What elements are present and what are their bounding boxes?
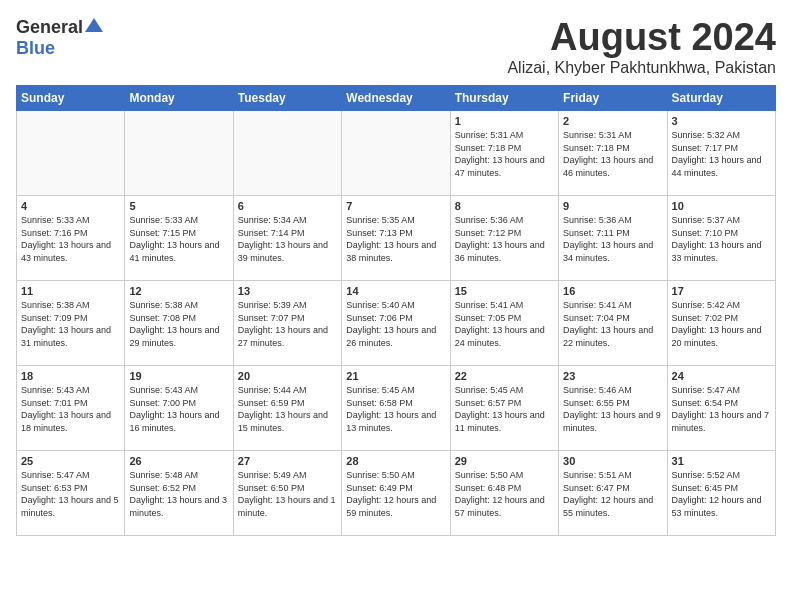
- calendar-cell: 7Sunrise: 5:35 AMSunset: 7:13 PMDaylight…: [342, 196, 450, 281]
- day-info: Sunrise: 5:52 AMSunset: 6:45 PMDaylight:…: [672, 469, 771, 519]
- logo-icon: [85, 16, 103, 34]
- day-number: 13: [238, 285, 337, 297]
- calendar-cell: 21Sunrise: 5:45 AMSunset: 6:58 PMDayligh…: [342, 366, 450, 451]
- calendar-cell: 10Sunrise: 5:37 AMSunset: 7:10 PMDayligh…: [667, 196, 775, 281]
- calendar-table: SundayMondayTuesdayWednesdayThursdayFrid…: [16, 85, 776, 536]
- calendar-cell: 16Sunrise: 5:41 AMSunset: 7:04 PMDayligh…: [559, 281, 667, 366]
- day-number: 18: [21, 370, 120, 382]
- day-number: 14: [346, 285, 445, 297]
- calendar-cell: [17, 111, 125, 196]
- day-number: 29: [455, 455, 554, 467]
- week-row-1: 1Sunrise: 5:31 AMSunset: 7:18 PMDaylight…: [17, 111, 776, 196]
- day-info: Sunrise: 5:50 AMSunset: 6:48 PMDaylight:…: [455, 469, 554, 519]
- day-number: 10: [672, 200, 771, 212]
- calendar-cell: 29Sunrise: 5:50 AMSunset: 6:48 PMDayligh…: [450, 451, 558, 536]
- calendar-cell: 12Sunrise: 5:38 AMSunset: 7:08 PMDayligh…: [125, 281, 233, 366]
- calendar-cell: 8Sunrise: 5:36 AMSunset: 7:12 PMDaylight…: [450, 196, 558, 281]
- week-row-4: 18Sunrise: 5:43 AMSunset: 7:01 PMDayligh…: [17, 366, 776, 451]
- col-header-friday: Friday: [559, 86, 667, 111]
- calendar-cell: 23Sunrise: 5:46 AMSunset: 6:55 PMDayligh…: [559, 366, 667, 451]
- day-info: Sunrise: 5:38 AMSunset: 7:08 PMDaylight:…: [129, 299, 228, 349]
- day-number: 30: [563, 455, 662, 467]
- calendar-cell: 1Sunrise: 5:31 AMSunset: 7:18 PMDaylight…: [450, 111, 558, 196]
- calendar-cell: 5Sunrise: 5:33 AMSunset: 7:15 PMDaylight…: [125, 196, 233, 281]
- day-number: 12: [129, 285, 228, 297]
- day-info: Sunrise: 5:35 AMSunset: 7:13 PMDaylight:…: [346, 214, 445, 264]
- calendar-cell: 20Sunrise: 5:44 AMSunset: 6:59 PMDayligh…: [233, 366, 341, 451]
- day-number: 9: [563, 200, 662, 212]
- day-info: Sunrise: 5:36 AMSunset: 7:12 PMDaylight:…: [455, 214, 554, 264]
- day-info: Sunrise: 5:33 AMSunset: 7:16 PMDaylight:…: [21, 214, 120, 264]
- day-info: Sunrise: 5:31 AMSunset: 7:18 PMDaylight:…: [563, 129, 662, 179]
- header: General Blue August 2024 Alizai, Khyber …: [16, 16, 776, 77]
- day-info: Sunrise: 5:43 AMSunset: 7:01 PMDaylight:…: [21, 384, 120, 434]
- calendar-cell: 31Sunrise: 5:52 AMSunset: 6:45 PMDayligh…: [667, 451, 775, 536]
- calendar-cell: 15Sunrise: 5:41 AMSunset: 7:05 PMDayligh…: [450, 281, 558, 366]
- day-number: 22: [455, 370, 554, 382]
- calendar-cell: 2Sunrise: 5:31 AMSunset: 7:18 PMDaylight…: [559, 111, 667, 196]
- day-number: 26: [129, 455, 228, 467]
- week-row-2: 4Sunrise: 5:33 AMSunset: 7:16 PMDaylight…: [17, 196, 776, 281]
- col-header-tuesday: Tuesday: [233, 86, 341, 111]
- month-title: August 2024: [507, 16, 776, 59]
- day-number: 5: [129, 200, 228, 212]
- day-number: 27: [238, 455, 337, 467]
- day-info: Sunrise: 5:42 AMSunset: 7:02 PMDaylight:…: [672, 299, 771, 349]
- day-info: Sunrise: 5:49 AMSunset: 6:50 PMDaylight:…: [238, 469, 337, 519]
- logo: General Blue: [16, 16, 103, 59]
- day-info: Sunrise: 5:51 AMSunset: 6:47 PMDaylight:…: [563, 469, 662, 519]
- day-number: 20: [238, 370, 337, 382]
- day-info: Sunrise: 5:33 AMSunset: 7:15 PMDaylight:…: [129, 214, 228, 264]
- day-number: 3: [672, 115, 771, 127]
- day-info: Sunrise: 5:34 AMSunset: 7:14 PMDaylight:…: [238, 214, 337, 264]
- calendar-cell: 18Sunrise: 5:43 AMSunset: 7:01 PMDayligh…: [17, 366, 125, 451]
- svg-marker-0: [85, 18, 103, 32]
- calendar-cell: 9Sunrise: 5:36 AMSunset: 7:11 PMDaylight…: [559, 196, 667, 281]
- day-info: Sunrise: 5:31 AMSunset: 7:18 PMDaylight:…: [455, 129, 554, 179]
- day-number: 25: [21, 455, 120, 467]
- day-number: 15: [455, 285, 554, 297]
- location-title: Alizai, Khyber Pakhtunkhwa, Pakistan: [507, 59, 776, 77]
- day-number: 19: [129, 370, 228, 382]
- col-header-thursday: Thursday: [450, 86, 558, 111]
- day-info: Sunrise: 5:48 AMSunset: 6:52 PMDaylight:…: [129, 469, 228, 519]
- calendar-cell: 17Sunrise: 5:42 AMSunset: 7:02 PMDayligh…: [667, 281, 775, 366]
- calendar-cell: 24Sunrise: 5:47 AMSunset: 6:54 PMDayligh…: [667, 366, 775, 451]
- day-info: Sunrise: 5:50 AMSunset: 6:49 PMDaylight:…: [346, 469, 445, 519]
- day-number: 17: [672, 285, 771, 297]
- day-number: 8: [455, 200, 554, 212]
- day-number: 31: [672, 455, 771, 467]
- day-info: Sunrise: 5:47 AMSunset: 6:54 PMDaylight:…: [672, 384, 771, 434]
- calendar-cell: 22Sunrise: 5:45 AMSunset: 6:57 PMDayligh…: [450, 366, 558, 451]
- day-number: 6: [238, 200, 337, 212]
- title-area: August 2024 Alizai, Khyber Pakhtunkhwa, …: [507, 16, 776, 77]
- col-header-wednesday: Wednesday: [342, 86, 450, 111]
- calendar-cell: 13Sunrise: 5:39 AMSunset: 7:07 PMDayligh…: [233, 281, 341, 366]
- col-header-sunday: Sunday: [17, 86, 125, 111]
- col-header-saturday: Saturday: [667, 86, 775, 111]
- day-number: 7: [346, 200, 445, 212]
- calendar-cell: 30Sunrise: 5:51 AMSunset: 6:47 PMDayligh…: [559, 451, 667, 536]
- day-number: 28: [346, 455, 445, 467]
- calendar-cell: 11Sunrise: 5:38 AMSunset: 7:09 PMDayligh…: [17, 281, 125, 366]
- day-info: Sunrise: 5:44 AMSunset: 6:59 PMDaylight:…: [238, 384, 337, 434]
- calendar-cell: [233, 111, 341, 196]
- calendar-cell: 14Sunrise: 5:40 AMSunset: 7:06 PMDayligh…: [342, 281, 450, 366]
- calendar-cell: 27Sunrise: 5:49 AMSunset: 6:50 PMDayligh…: [233, 451, 341, 536]
- day-number: 16: [563, 285, 662, 297]
- day-number: 21: [346, 370, 445, 382]
- calendar-cell: 28Sunrise: 5:50 AMSunset: 6:49 PMDayligh…: [342, 451, 450, 536]
- day-number: 4: [21, 200, 120, 212]
- day-info: Sunrise: 5:45 AMSunset: 6:57 PMDaylight:…: [455, 384, 554, 434]
- logo-blue: Blue: [16, 38, 55, 58]
- day-info: Sunrise: 5:36 AMSunset: 7:11 PMDaylight:…: [563, 214, 662, 264]
- calendar-cell: 4Sunrise: 5:33 AMSunset: 7:16 PMDaylight…: [17, 196, 125, 281]
- day-info: Sunrise: 5:32 AMSunset: 7:17 PMDaylight:…: [672, 129, 771, 179]
- calendar-cell: 26Sunrise: 5:48 AMSunset: 6:52 PMDayligh…: [125, 451, 233, 536]
- day-info: Sunrise: 5:45 AMSunset: 6:58 PMDaylight:…: [346, 384, 445, 434]
- col-header-monday: Monday: [125, 86, 233, 111]
- calendar-cell: 3Sunrise: 5:32 AMSunset: 7:17 PMDaylight…: [667, 111, 775, 196]
- week-row-3: 11Sunrise: 5:38 AMSunset: 7:09 PMDayligh…: [17, 281, 776, 366]
- day-number: 2: [563, 115, 662, 127]
- day-number: 23: [563, 370, 662, 382]
